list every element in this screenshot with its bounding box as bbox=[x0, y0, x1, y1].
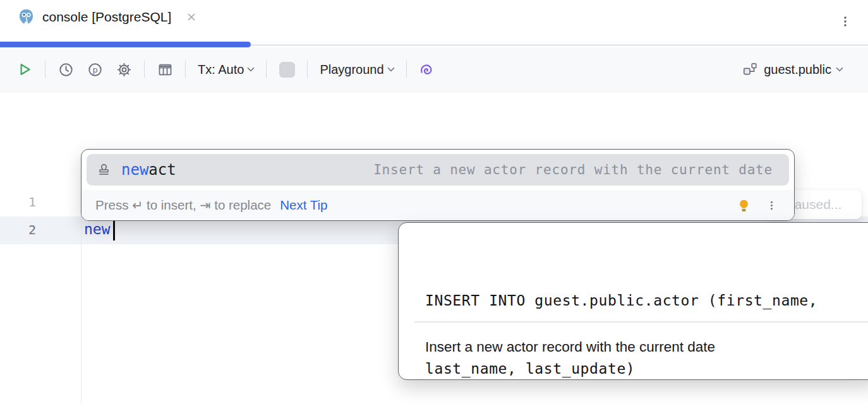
completion-item-name: newact bbox=[121, 161, 176, 179]
hint-insert-label: to insert, bbox=[143, 198, 200, 213]
text-caret bbox=[113, 219, 115, 241]
tab-close-icon[interactable] bbox=[186, 12, 196, 22]
toolbar-separator bbox=[144, 61, 145, 78]
query-history-button[interactable] bbox=[52, 57, 79, 82]
editor-tab-bar: console [PostgreSQL] bbox=[0, 0, 868, 42]
settings-gear-icon[interactable] bbox=[111, 57, 137, 82]
toolbar-separator bbox=[406, 61, 407, 78]
completion-popup: newact Insert a new actor record with th… bbox=[81, 149, 795, 221]
editor-typed-text: new bbox=[84, 221, 111, 237]
parameters-button[interactable]: p bbox=[81, 57, 108, 82]
stop-square-icon bbox=[279, 62, 295, 78]
completion-match-prefix: new bbox=[121, 161, 148, 179]
tab-title: console [PostgreSQL] bbox=[42, 9, 171, 25]
doc-divider bbox=[414, 321, 868, 323]
hint-press-label: Press bbox=[95, 198, 132, 213]
progress-bar-fill bbox=[0, 42, 251, 47]
toolbar-separator bbox=[266, 61, 267, 78]
completion-more-options-icon[interactable] bbox=[766, 199, 778, 211]
completion-item-selected[interactable]: newact Insert a new actor record with th… bbox=[87, 154, 789, 186]
tx-mode-chevron-down-icon[interactable] bbox=[245, 64, 256, 75]
run-button[interactable] bbox=[11, 57, 38, 82]
schema-chevron-down-icon bbox=[834, 64, 845, 75]
next-tip-link[interactable]: Next Tip bbox=[280, 198, 327, 213]
documentation-popup: INSERT INTO guest.public.actor (first_na… bbox=[398, 222, 868, 380]
playground-mode-label[interactable]: Playground bbox=[320, 62, 383, 77]
console-toolbar: p Tx: Auto Playgr bbox=[0, 47, 868, 92]
doc-code-line: last_name, last_update) bbox=[425, 357, 817, 380]
line-number-1: 1 bbox=[0, 194, 36, 210]
gutter-separator bbox=[81, 186, 81, 404]
schema-switcher[interactable]: guest.public bbox=[742, 61, 849, 78]
svg-text:p: p bbox=[92, 65, 97, 74]
table-view-button[interactable] bbox=[152, 57, 178, 82]
enter-key-icon: ↵ bbox=[132, 198, 143, 213]
toolbar-separator bbox=[45, 61, 45, 78]
schema-label: guest.public bbox=[764, 62, 831, 77]
schema-icon bbox=[742, 61, 758, 78]
toolbar-separator bbox=[185, 61, 186, 78]
doc-code-line: INSERT INTO guest.public.actor (first_na… bbox=[425, 289, 817, 312]
lightbulb-icon[interactable] bbox=[736, 198, 752, 213]
completion-hint-bar: Press ↵ to insert, ⇥ to replace Next Tip bbox=[81, 190, 794, 220]
hint-replace-label: to replace bbox=[211, 198, 272, 213]
stop-button-disabled bbox=[274, 57, 300, 82]
completion-rest: act bbox=[148, 161, 176, 179]
completion-item-description: Insert a new actor record with the curre… bbox=[373, 162, 773, 177]
tab-key-icon: ⇥ bbox=[200, 198, 210, 213]
doc-code-block: INSERT INTO guest.public.actor (first_na… bbox=[425, 244, 817, 404]
line-number-2: 2 bbox=[0, 222, 36, 237]
playground-chevron-down-icon[interactable] bbox=[385, 64, 397, 75]
doc-description: Insert a new actor record with the curre… bbox=[425, 339, 715, 355]
tab-console-postgresql[interactable]: console [PostgreSQL] bbox=[18, 8, 196, 25]
session-swirl-icon[interactable] bbox=[414, 57, 440, 82]
postgresql-elephant-icon bbox=[18, 8, 35, 25]
toolbar-separator bbox=[307, 61, 308, 78]
live-template-stamp-icon bbox=[96, 162, 112, 178]
tx-mode-label[interactable]: Tx: Auto bbox=[198, 62, 244, 77]
window-more-options-icon[interactable] bbox=[839, 15, 852, 28]
ide-window: console [PostgreSQL] bbox=[0, 0, 868, 404]
